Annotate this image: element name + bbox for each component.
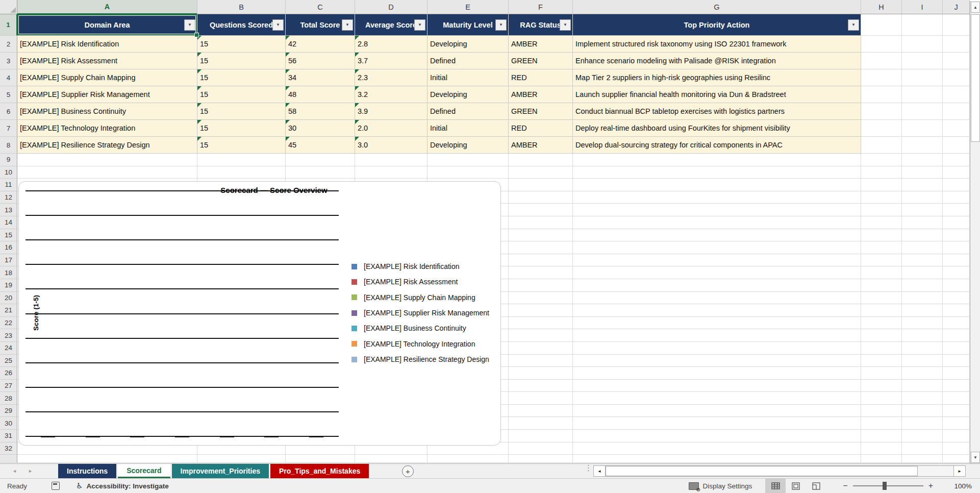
cell-I4[interactable] xyxy=(902,69,943,86)
row-header-26[interactable]: 26 xyxy=(0,367,17,380)
cell-J13[interactable] xyxy=(943,204,970,216)
zoom-slider-thumb[interactable] xyxy=(883,482,887,490)
cell-J16[interactable] xyxy=(943,241,970,254)
cell-A3[interactable]: [EXAMPLE] Risk Assessment xyxy=(17,53,197,69)
cell-G18[interactable] xyxy=(573,266,861,279)
cell-J23[interactable] xyxy=(943,329,970,342)
cell-H7[interactable] xyxy=(861,120,902,137)
row-header-11[interactable]: 11 xyxy=(0,179,17,191)
cell-F27[interactable] xyxy=(509,380,573,392)
cell-H11[interactable] xyxy=(861,179,902,191)
zoom-in-button[interactable]: + xyxy=(923,481,938,490)
cell-H27[interactable] xyxy=(861,380,902,392)
cell-H4[interactable] xyxy=(861,69,902,86)
cell-F24[interactable] xyxy=(509,342,573,355)
legend-item[interactable]: [EXAMPLE] Risk Assessment xyxy=(351,277,458,287)
cell-B3[interactable]: 15 xyxy=(197,53,286,69)
cell-A10[interactable] xyxy=(17,166,197,179)
cell-J32[interactable] xyxy=(943,442,970,455)
cell-C5[interactable]: 48 xyxy=(286,86,355,103)
cell-I32[interactable] xyxy=(902,442,943,455)
row-header-19[interactable]: 19 xyxy=(0,279,17,292)
cell-F19[interactable] xyxy=(509,279,573,292)
filter-dropdown-button[interactable]: ▼ xyxy=(184,19,195,31)
cell-B4[interactable]: 15 xyxy=(197,69,286,86)
cell-J25[interactable] xyxy=(943,355,970,367)
cell-C9[interactable] xyxy=(286,154,355,166)
cell-I20[interactable] xyxy=(902,292,943,305)
legend-item[interactable]: [EXAMPLE] Supply Chain Mapping xyxy=(351,292,475,303)
cell-H6[interactable] xyxy=(861,103,902,120)
cell-J14[interactable] xyxy=(943,216,970,229)
cell-H30[interactable] xyxy=(861,417,902,430)
page-layout-view-button[interactable] xyxy=(786,479,806,493)
cell-I8[interactable] xyxy=(902,137,943,154)
cell-J19[interactable] xyxy=(943,279,970,292)
cell-I18[interactable] xyxy=(902,266,943,279)
cell-B2[interactable]: 15 xyxy=(197,36,286,53)
cell-F22[interactable] xyxy=(509,317,573,330)
cell-H15[interactable] xyxy=(861,229,902,242)
cell-G2[interactable]: Implement structured risk taxonomy using… xyxy=(573,36,861,53)
cell-H20[interactable] xyxy=(861,292,902,305)
select-all-corner[interactable] xyxy=(0,0,17,14)
cell-F18[interactable] xyxy=(509,266,573,279)
filter-dropdown-button[interactable]: ▼ xyxy=(414,19,425,31)
cell-D5[interactable]: 3.2 xyxy=(355,86,428,103)
cell-H13[interactable] xyxy=(861,204,902,216)
cell-H17[interactable] xyxy=(861,254,902,267)
cell-I15[interactable] xyxy=(902,229,943,242)
legend-item[interactable]: [EXAMPLE] Supplier Risk Management xyxy=(351,308,489,318)
cell-J27[interactable] xyxy=(943,380,970,392)
cell-J11[interactable] xyxy=(943,179,970,191)
cell-I5[interactable] xyxy=(902,86,943,103)
cell-J30[interactable] xyxy=(943,417,970,430)
cell-A5[interactable]: [EXAMPLE] Supplier Risk Management xyxy=(17,86,197,103)
cell-G26[interactable] xyxy=(573,367,861,380)
cell-E8[interactable]: Developing xyxy=(428,137,509,154)
cell-G10[interactable] xyxy=(573,166,861,179)
cell-G17[interactable] xyxy=(573,254,861,267)
header-cell-F1[interactable]: RAG Status▼ xyxy=(509,14,573,36)
scorecard-chart[interactable]: Scorecard — Score Overview Score (1-5) [… xyxy=(18,181,501,446)
cell-H3[interactable] xyxy=(861,53,902,69)
column-header-G[interactable]: G xyxy=(573,0,861,14)
new-sheet-button[interactable]: + xyxy=(402,465,414,477)
cell-partial[interactable] xyxy=(861,455,902,463)
cell-partial[interactable] xyxy=(573,455,861,463)
sheet-tab-instructions[interactable]: Instructions xyxy=(58,464,116,478)
cell-J21[interactable] xyxy=(943,304,970,317)
cell-J26[interactable] xyxy=(943,367,970,380)
column-header-I[interactable]: I xyxy=(902,0,943,14)
cell-G24[interactable] xyxy=(573,342,861,355)
header-cell-E1[interactable]: Maturity Level▼ xyxy=(428,14,509,36)
cell-F10[interactable] xyxy=(509,166,573,179)
legend-item[interactable]: [EXAMPLE] Resilience Strategy Design xyxy=(351,354,489,364)
column-header-D[interactable]: D xyxy=(355,0,428,14)
cell-F31[interactable] xyxy=(509,430,573,442)
cell-I10[interactable] xyxy=(902,166,943,179)
cell-B9[interactable] xyxy=(197,154,286,166)
cell-I13[interactable] xyxy=(902,204,943,216)
vertical-scrollbar[interactable]: ▲ ▼ xyxy=(970,1,980,463)
cell-F14[interactable] xyxy=(509,216,573,229)
cell-I6[interactable] xyxy=(902,103,943,120)
cell-H29[interactable] xyxy=(861,405,902,417)
row-header-27[interactable]: 27 xyxy=(0,380,17,392)
cell-A8[interactable]: [EXAMPLE] Resilience Strategy Design xyxy=(17,137,197,154)
cell-F9[interactable] xyxy=(509,154,573,166)
cell-I24[interactable] xyxy=(902,342,943,355)
cell-G3[interactable]: Enhance scenario modeling with Palisade … xyxy=(573,53,861,69)
cell-H32[interactable] xyxy=(861,442,902,455)
cell-F4[interactable]: RED xyxy=(509,69,573,86)
cell-G29[interactable] xyxy=(573,405,861,417)
cell-G4[interactable]: Map Tier 2 suppliers in high-risk geogra… xyxy=(573,69,861,86)
row-header-15[interactable]: 15 xyxy=(0,229,17,242)
column-header-E[interactable]: E xyxy=(428,0,509,14)
cell-H28[interactable] xyxy=(861,392,902,405)
cell-D7[interactable]: 2.0 xyxy=(355,120,428,137)
row-header-4[interactable]: 4 xyxy=(0,69,17,86)
row-header-3[interactable]: 3 xyxy=(0,53,17,69)
cell-G12[interactable] xyxy=(573,191,861,204)
cell-I19[interactable] xyxy=(902,279,943,292)
